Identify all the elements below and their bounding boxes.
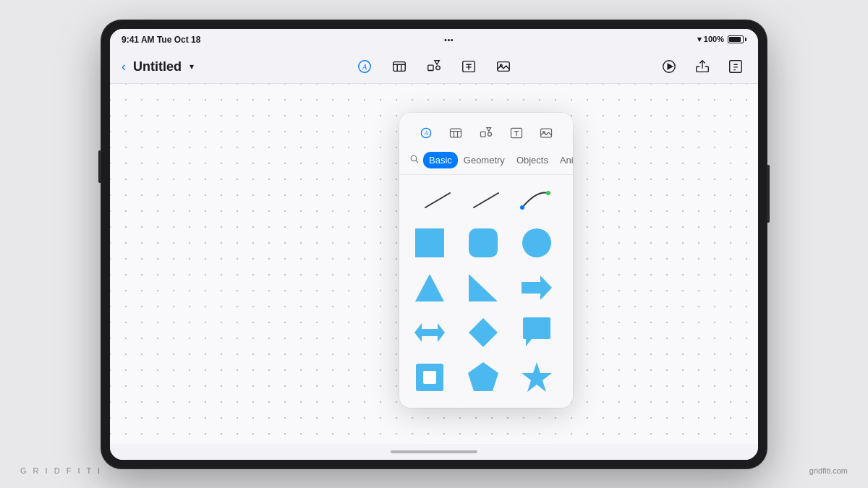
battery-indicator (728, 35, 746, 43)
search-tab-icon[interactable] (405, 152, 423, 168)
rounded-square-shape-item[interactable] (461, 223, 505, 263)
svg-point-29 (488, 132, 491, 136)
svg-marker-47 (522, 275, 552, 300)
status-right: ▾ 100% (697, 35, 746, 44)
category-tabs: Basic Geometry Objects Animals N (399, 152, 573, 175)
svg-marker-53 (522, 362, 552, 392)
diamond-shape-item[interactable] (461, 312, 505, 353)
arrow-right-shape-item[interactable] (515, 267, 558, 308)
table-tool-button[interactable] (388, 56, 410, 77)
tab-basic[interactable]: Basic (423, 152, 458, 168)
svg-rect-28 (480, 132, 485, 137)
svg-rect-34 (541, 129, 552, 137)
svg-point-44 (522, 228, 551, 257)
status-time: 9:41 AM Tue Oct 18 (122, 35, 200, 45)
text-tool-button[interactable] (458, 56, 480, 77)
svg-marker-52 (468, 362, 498, 391)
svg-marker-8 (435, 61, 439, 65)
app-toolbar: ‹ Untitled ▾ A (110, 51, 758, 84)
svg-rect-24 (451, 129, 461, 137)
straight-line-item[interactable] (416, 186, 459, 215)
panel-text-icon[interactable] (505, 121, 528, 145)
volume-button (98, 150, 101, 183)
panel-table-icon[interactable] (444, 121, 467, 145)
curve-line-item[interactable] (513, 186, 556, 215)
shapes-grid (399, 175, 573, 408)
title-dropdown-arrow[interactable]: ▾ (190, 61, 194, 72)
square-shape-item[interactable] (408, 223, 451, 263)
double-arrow-shape-item[interactable] (408, 312, 451, 353)
tab-animals[interactable]: Animals (554, 152, 573, 168)
document-title: Untitled (133, 59, 182, 74)
watermark-left: G R I D F I T I (20, 466, 102, 475)
svg-rect-13 (498, 62, 510, 72)
tab-objects[interactable]: Objects (511, 152, 554, 168)
panel-pen-icon[interactable]: A (414, 121, 438, 145)
svg-rect-43 (469, 228, 498, 257)
svg-rect-42 (415, 228, 444, 257)
status-bar: 9:41 AM Tue Oct 18 ••• ▾ 100% (110, 29, 758, 51)
shape-tool-button[interactable] (423, 56, 445, 77)
svg-point-7 (436, 66, 441, 70)
diagonal-line-item[interactable] (464, 186, 508, 215)
svg-marker-30 (487, 127, 491, 131)
image-tool-button[interactable] (493, 56, 514, 77)
back-button[interactable]: ‹ (122, 59, 127, 74)
svg-rect-18 (730, 61, 742, 73)
tab-geometry[interactable]: Geometry (458, 152, 511, 168)
svg-marker-49 (469, 318, 498, 347)
triangle-shape-item[interactable] (408, 267, 451, 308)
status-dots: ••• (444, 35, 454, 44)
thick-square-shape-item[interactable] (408, 357, 451, 398)
panel-image-icon[interactable] (535, 121, 558, 145)
panel-shape-icon[interactable] (475, 121, 498, 145)
pen-tool-button[interactable]: A (354, 56, 375, 77)
speech-bubble-shape-item[interactable] (515, 312, 558, 353)
svg-point-41 (520, 205, 524, 210)
circle-shape-item[interactable] (515, 223, 558, 263)
svg-rect-2 (393, 62, 406, 72)
svg-marker-48 (414, 323, 445, 342)
watermark-right: gridfiti.com (809, 466, 848, 475)
svg-line-38 (425, 193, 450, 207)
power-button (767, 165, 770, 223)
svg-marker-16 (668, 64, 672, 69)
svg-line-37 (416, 160, 418, 163)
play-button[interactable] (658, 56, 680, 77)
svg-marker-45 (415, 274, 444, 301)
ipad-screen: 9:41 AM Tue Oct 18 ••• ▾ 100% ‹ Untitled (110, 29, 758, 460)
svg-text:A: A (423, 130, 428, 137)
edit-button[interactable] (725, 56, 746, 77)
back-chevron-icon: ‹ (122, 59, 126, 74)
toolbar-right-icons (658, 56, 746, 77)
panel-toolbar: A (399, 113, 573, 152)
home-indicator (110, 444, 758, 460)
svg-marker-46 (469, 274, 498, 301)
home-bar (391, 450, 477, 453)
svg-rect-6 (428, 65, 433, 70)
svg-rect-51 (423, 371, 436, 384)
canvas-area[interactable]: A (110, 84, 758, 444)
svg-point-40 (546, 191, 550, 195)
shape-panel: A (399, 113, 573, 408)
svg-line-39 (474, 193, 498, 207)
right-triangle-shape-item[interactable] (461, 267, 505, 308)
ipad-device: 9:41 AM Tue Oct 18 ••• ▾ 100% ‹ Untitled (101, 20, 767, 468)
svg-text:A: A (362, 63, 367, 71)
pentagon-shape-item[interactable] (461, 357, 505, 398)
share-button[interactable] (692, 56, 713, 77)
toolbar-left: ‹ Untitled ▾ (122, 59, 194, 74)
svg-point-36 (411, 155, 417, 161)
toolbar-center-icons: A (354, 56, 514, 77)
line-row (408, 182, 564, 218)
wifi-icon: ▾ 100% (697, 35, 724, 44)
star-shape-item[interactable] (515, 357, 558, 398)
